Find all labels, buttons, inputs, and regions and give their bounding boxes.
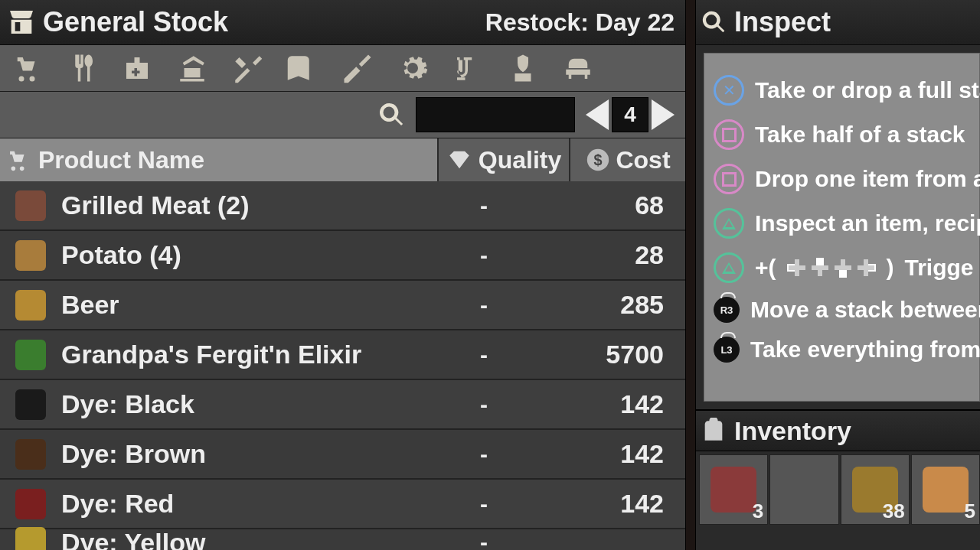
l3-button-icon: L3 — [714, 337, 740, 363]
category-medical-icon[interactable] — [121, 52, 153, 84]
header-product-name-label: Product Name — [38, 146, 204, 174]
item-name: Dye: Black — [61, 389, 419, 419]
item-cost: 5700 — [549, 340, 685, 369]
help-line: Drop one item from a he — [755, 166, 980, 192]
product-table-body: Grilled Meat (2)-68Potato (4)-28Beer-285… — [0, 181, 685, 550]
category-weapons-icon[interactable] — [341, 52, 374, 84]
inventory-grid: 3385 — [696, 451, 980, 525]
header-cost[interactable]: $ Cost — [570, 138, 685, 181]
inventory-slot[interactable] — [769, 454, 838, 525]
slot-count: 38 — [883, 500, 905, 523]
item-icon — [0, 340, 61, 370]
help-line: Take or drop a full stac — [755, 77, 980, 103]
search-input[interactable] — [416, 97, 575, 132]
item-quality: - — [419, 529, 549, 550]
item-cost: 68 — [549, 190, 685, 220]
item-cost: 142 — [549, 439, 685, 469]
shop-title: General Stock — [43, 6, 228, 38]
magnifier-icon — [701, 9, 727, 35]
header-quality[interactable]: Quality — [439, 138, 570, 181]
backpack-icon — [701, 418, 727, 444]
item-icon — [0, 240, 61, 271]
category-books-icon[interactable] — [286, 52, 318, 84]
header-quality-label: Quality — [479, 146, 561, 174]
category-food-icon[interactable] — [66, 52, 98, 84]
item-name: Dye: Red — [61, 489, 419, 519]
ps-cross-icon: ✕ — [714, 75, 744, 106]
category-science-icon[interactable] — [452, 52, 484, 84]
item-name: Dye: Brown — [61, 439, 419, 469]
dpad-icons — [787, 258, 876, 278]
item-icon — [0, 489, 61, 519]
shop-title-bar: General Stock Restock: Day 22 — [0, 0, 685, 45]
item-quality: - — [419, 292, 549, 318]
item-quality: - — [419, 392, 549, 418]
category-tools-icon[interactable] — [231, 52, 263, 84]
ps-triangle-icon — [714, 208, 744, 239]
table-row[interactable]: Dye: Yellow- — [0, 529, 685, 550]
item-icon — [0, 190, 61, 221]
inventory-slot[interactable]: 3 — [699, 454, 768, 525]
header-product-name[interactable]: Product Name — [0, 138, 439, 181]
item-quality: - — [419, 193, 549, 219]
inventory-title-bar: Inventory — [696, 409, 980, 451]
page-number: 4 — [612, 97, 648, 132]
category-all-icon[interactable] — [11, 52, 43, 84]
item-quality: - — [419, 491, 549, 517]
slot-count: 5 — [965, 500, 975, 523]
inspect-title: Inspect — [734, 6, 831, 38]
inventory-title: Inventory — [734, 416, 851, 446]
table-row[interactable]: Dye: Black-142 — [0, 380, 685, 430]
inspect-help-panel: ✕Take or drop a full stac Take half of a… — [704, 53, 980, 402]
item-icon — [0, 389, 61, 420]
search-row: 4 — [0, 92, 685, 138]
ps-square-icon — [714, 119, 744, 150]
r3-button-icon: R3 — [714, 297, 740, 323]
vertical-divider — [685, 0, 696, 550]
table-row[interactable]: Dye: Red-142 — [0, 480, 685, 529]
table-header: Product Name Quality $ Cost — [0, 138, 685, 181]
item-cost: 285 — [549, 290, 685, 320]
help-line-prefix: +( — [755, 255, 776, 281]
item-name: Grandpa's Fergit'n Elixir — [61, 340, 419, 369]
search-icon[interactable] — [377, 101, 405, 129]
ps-square-icon — [714, 164, 744, 194]
table-row[interactable]: Dye: Brown-142 — [0, 430, 685, 480]
help-line: Inspect an item, recipe — [755, 210, 980, 236]
item-cost: 142 — [549, 489, 685, 519]
shop-icon — [6, 7, 37, 37]
svg-text:$: $ — [594, 151, 603, 168]
header-cost-label: Cost — [616, 146, 670, 174]
category-armor-icon[interactable] — [507, 52, 539, 84]
table-row[interactable]: Grilled Meat (2)-68 — [0, 181, 685, 231]
page-prev-button[interactable] — [586, 99, 609, 130]
table-row[interactable]: Beer-285 — [0, 281, 685, 330]
slot-count: 3 — [753, 500, 763, 523]
item-cost: 28 — [549, 240, 685, 270]
page-next-button[interactable] — [652, 99, 675, 130]
item-name: Dye: Yellow — [61, 528, 419, 551]
item-cost: 142 — [549, 389, 685, 419]
item-icon — [0, 527, 61, 550]
category-mods-icon[interactable] — [397, 52, 429, 84]
category-decor-icon[interactable] — [562, 52, 594, 84]
item-icon — [0, 439, 61, 470]
inspect-title-bar: Inspect — [696, 0, 980, 45]
item-quality: - — [419, 342, 549, 368]
item-quality: - — [419, 242, 549, 268]
inventory-slot[interactable]: 38 — [841, 454, 910, 525]
help-line: Move a stack between — [750, 297, 980, 323]
item-quality: - — [419, 441, 549, 467]
help-line-mid: ) — [887, 255, 894, 281]
help-line: Take half of a stack — [755, 122, 965, 148]
table-row[interactable]: Potato (4)-28 — [0, 231, 685, 281]
table-row[interactable]: Grandpa's Fergit'n Elixir-5700 — [0, 330, 685, 380]
category-bar — [0, 45, 685, 92]
item-name: Potato (4) — [61, 240, 419, 270]
restock-label: Restock: Day 22 — [485, 8, 675, 37]
help-line: Take everything from a — [750, 337, 980, 363]
inventory-slot[interactable]: 5 — [911, 454, 980, 525]
ps-triangle-icon — [714, 252, 744, 283]
category-building-icon[interactable] — [176, 52, 208, 84]
item-icon — [0, 290, 61, 321]
